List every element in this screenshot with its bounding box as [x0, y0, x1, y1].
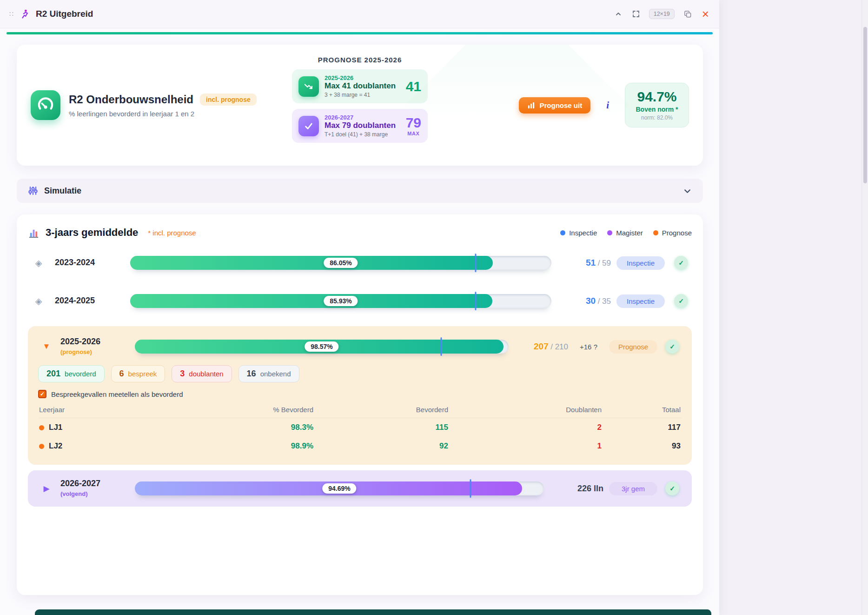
stat-norm: norm: 82.0%	[635, 114, 679, 121]
prognose-card-year: 2025-2026	[325, 74, 400, 81]
col-header: Leerjaar	[39, 406, 151, 414]
count-value: 207	[534, 341, 549, 351]
size-badge: 12×19	[649, 9, 675, 19]
kpi-header-card: R2 Onderbouwsnelheid incl. prognose % le…	[17, 45, 703, 166]
orange-dot-icon	[39, 425, 44, 430]
legend-dot-magister	[607, 230, 612, 235]
prognose-card-2026: 2026-2027 Max 79 doublanten T+1 doel (41…	[292, 109, 428, 143]
kpi-actions: Prognose uit i 94.7% Boven norm * norm: …	[519, 83, 689, 128]
info-icon[interactable]: i	[606, 100, 609, 111]
legend-dot-inspectie	[560, 230, 565, 235]
progress-bar: 85.93%	[130, 294, 551, 308]
col-header: Bevorderd	[313, 406, 448, 414]
year-label: 2023-2024	[55, 258, 95, 267]
incl-prognose-badge: incl. prognose	[200, 94, 257, 106]
simulatie-panel[interactable]: Simulatie	[17, 179, 703, 203]
source-badge: Prognose	[609, 340, 657, 354]
prognose-card-text: 2025-2026 Max 41 doublanten 3 + 38 marge…	[325, 74, 400, 98]
prognose-card-year: 2026-2027	[325, 114, 400, 121]
table-row-lj2: LJ2 98.9% 92 1 93	[38, 437, 682, 455]
drag-handle-icon[interactable]: ∷	[9, 10, 14, 18]
titlebar: ∷ R2 Uitgebreid 12×19 ×	[0, 0, 719, 28]
count-total: / 59	[598, 259, 611, 267]
year-row-2023-2024: ◈ 2023-2024 86.05% 51 / 59 Inspectie ✓	[28, 250, 692, 276]
col-header: Doublanten	[448, 406, 602, 414]
prognose-card-value-label: MAX	[406, 131, 421, 136]
chevron-down-icon[interactable]	[683, 187, 692, 195]
stat-value: 94.7%	[635, 89, 679, 104]
table-header-row: Leerjaar % Bevorderd Bevorderd Doublante…	[38, 406, 682, 418]
prognose-card-value-number: 79	[406, 115, 421, 130]
doublanten-cell: 1	[448, 441, 602, 451]
bevorderd-cell: 115	[313, 423, 448, 432]
collapse-triangle-icon[interactable]: ▼	[38, 342, 55, 351]
prognose-panel: PROGNOSE 2025-2026 2025-2026 Max 41 doub…	[292, 56, 428, 143]
bevorderd-cell: 92	[313, 441, 448, 451]
incl-prognose-note: * incl. prognose	[148, 229, 196, 237]
stat-label: bespreek	[128, 370, 157, 378]
diamond-icon: ◈	[28, 296, 49, 307]
prognose-card-value: 79 MAX	[406, 116, 421, 136]
norm-marker	[441, 337, 442, 356]
bespreek-checkbox-row[interactable]: ✓ Bespreekgevallen meetellen als bevorde…	[38, 390, 682, 398]
prognose-card-2025: 2025-2026 Max 41 doublanten 3 + 38 marge…	[292, 69, 428, 103]
year-label: 2024-2025	[55, 296, 95, 305]
kpi-identity: R2 Onderbouwsnelheid incl. prognose % le…	[31, 90, 257, 120]
pct-bevorderd-cell: 98.9%	[151, 441, 313, 451]
col-header: % Bevorderd	[151, 406, 313, 414]
close-button[interactable]: ×	[701, 8, 710, 20]
trend-down-icon	[298, 76, 319, 97]
prognose-card-title: Max 41 doublanten	[325, 81, 400, 91]
status-stats-row: 201 bevorderd 6 bespreek 3 doublanten 16…	[38, 365, 682, 382]
prognose-card-text: 2026-2027 Max 79 doublanten T+1 doel (41…	[325, 114, 400, 138]
stat-value: 6	[119, 369, 124, 379]
prognose-card-subtitle: T+1 doel (41) + 38 marge	[325, 131, 400, 138]
prognose-uit-button[interactable]: Prognose uit	[519, 97, 590, 114]
legend-label: Inspectie	[569, 229, 597, 237]
leerjaar-cell: LJ1	[39, 423, 151, 432]
window-title: R2 Uitgebreid	[36, 9, 93, 19]
prognose-card-value: 41	[406, 80, 421, 94]
expand-play-icon[interactable]: ▶	[38, 484, 55, 494]
pct-bevorderd-cell: 98.3%	[151, 423, 313, 432]
expand-icon[interactable]	[631, 9, 641, 19]
stat-label: bevorderd	[65, 370, 96, 378]
scrollbar-thumb[interactable]	[863, 27, 867, 183]
stat-bespreek: 6 bespreek	[111, 365, 166, 382]
count-cell: 51 / 59	[557, 258, 611, 268]
norm-marker	[475, 254, 476, 272]
kpi-text: R2 Onderbouwsnelheid incl. prognose % le…	[69, 93, 257, 118]
year-suffix: (prognose)	[60, 348, 92, 355]
prognose-uit-label: Prognose uit	[539, 101, 582, 109]
count-value: 51	[586, 258, 596, 267]
norm-marker	[475, 292, 476, 310]
year-row-2024-2025: ◈ 2024-2025 85.93% 30 / 35 Inspectie ✓	[28, 288, 692, 314]
source-badge: Inspectie	[616, 294, 665, 308]
scrollbar	[861, 0, 868, 615]
legend-dot-prognose	[653, 230, 658, 235]
progress-bar: 86.05%	[130, 256, 551, 270]
count-total: / 210	[550, 342, 568, 351]
bar-chart-icon	[527, 101, 535, 109]
prognose-card-subtitle: 3 + 38 marge = 41	[325, 92, 400, 98]
stat-bevorderd: 201 bevorderd	[38, 365, 105, 382]
duplicate-icon[interactable]	[683, 9, 693, 19]
leerjaar-label: LJ1	[49, 423, 62, 432]
checkbox-checked-icon[interactable]: ✓	[38, 390, 46, 398]
kpi-subtitle: % leerlingen bevorderd in leerjaar 1 en …	[69, 110, 257, 118]
stat-value: 3	[180, 369, 185, 379]
widget-content: R2 Onderbouwsnelheid incl. prognose % le…	[0, 34, 719, 595]
doublanten-cell: 2	[448, 423, 602, 432]
stat-value: 16	[247, 369, 256, 379]
count-cell: 30 / 35	[557, 296, 611, 306]
collapse-button[interactable]	[614, 9, 623, 19]
year-row-2025-2026: ▼ 2025-2026 (prognose) 98.57% 207 / 210	[38, 334, 682, 360]
count-total: / 35	[598, 297, 611, 306]
totaal-cell: 117	[602, 423, 681, 432]
legend: Inspectie Magister Prognose	[560, 229, 692, 237]
orange-dot-icon	[39, 444, 44, 449]
progress-bar: 98.57%	[135, 340, 509, 354]
check-icon: ✓	[674, 256, 688, 270]
year-label: 2025-2026	[60, 337, 100, 346]
check-icon	[298, 116, 319, 136]
